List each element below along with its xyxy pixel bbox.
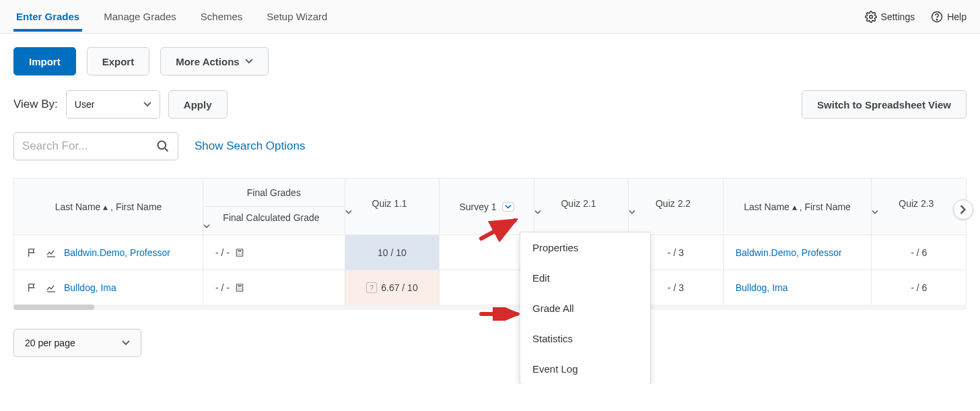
final-value: - / - — [215, 282, 230, 293]
tab-list: Enter Grades Manage Grades Schemes Setup… — [13, 1, 865, 32]
col-final-calc[interactable]: Final Calculated Grade — [203, 207, 345, 235]
col-quiz21[interactable]: Quiz 2.1 — [534, 179, 628, 235]
quiz11-cell: ?6.67 / 10 — [345, 270, 439, 305]
flag-icon[interactable] — [26, 282, 38, 294]
import-button[interactable]: Import — [13, 47, 76, 75]
chevron-down-icon — [872, 209, 966, 216]
col-quiz11-label: Quiz 1.1 — [372, 198, 407, 209]
grades-table-wrap: Last Name ▴ , First Name Final Grades Qu… — [13, 178, 967, 310]
export-button[interactable]: Export — [87, 47, 150, 75]
chevron-down-icon — [629, 209, 722, 216]
tab-manage-grades[interactable]: Manage Grades — [101, 1, 179, 32]
chevron-down-icon — [345, 209, 439, 216]
col-survey1-label: Survey 1 — [459, 201, 496, 212]
flag-icon[interactable] — [26, 247, 38, 259]
svg-point-11 — [241, 254, 242, 255]
gear-icon — [865, 11, 877, 23]
menu-event-log[interactable]: Event Log — [520, 354, 650, 384]
per-page-label: 20 per page — [25, 338, 75, 348]
menu-grade-all[interactable]: Grade All — [520, 293, 650, 323]
quiz23-cell: - / 6 — [872, 270, 967, 305]
col-quiz23-label: Quiz 2.3 — [899, 198, 934, 209]
quiz11-cell: 10 / 10 — [345, 235, 439, 270]
tab-schemes[interactable]: Schemes — [198, 1, 246, 32]
calculator-icon[interactable] — [234, 282, 246, 294]
col-survey1[interactable]: Survey 1 — [440, 179, 534, 235]
student-name-r[interactable]: Baldwin.Demo, Professor — [736, 247, 842, 258]
menu-edit[interactable]: Edit — [520, 263, 650, 293]
tab-setup-wizard[interactable]: Setup Wizard — [264, 1, 330, 32]
calculator-icon[interactable] — [234, 247, 246, 259]
action-buttons: Import Export More Actions — [13, 47, 967, 75]
tab-enter-grades[interactable]: Enter Grades — [13, 1, 82, 32]
chevron-down-icon — [245, 57, 253, 65]
graph-icon[interactable] — [45, 282, 57, 294]
quiz11-value: 6.67 / 10 — [381, 282, 418, 293]
quiz23-cell: - / 6 — [872, 235, 967, 270]
more-actions-button[interactable]: More Actions — [160, 47, 268, 75]
col-final-calc-label: Final Calculated Grade — [223, 212, 319, 223]
search-input[interactable] — [22, 139, 143, 153]
svg-point-15 — [239, 288, 240, 288]
student-name-r[interactable]: Bulldog, Ima — [736, 282, 788, 293]
col-final-group: Final Grades — [203, 179, 345, 207]
search-icon[interactable] — [156, 139, 170, 153]
survey1-dropdown[interactable] — [502, 202, 514, 212]
viewby-value: User — [75, 99, 95, 110]
svg-point-10 — [239, 254, 240, 255]
scroll-right-button[interactable] — [953, 199, 973, 220]
col-name[interactable]: Last Name ▴ , First Name — [14, 179, 203, 235]
table-row: Baldwin.Demo, Professor - / - 10 / 10 - … — [14, 235, 967, 270]
chevron-down-icon — [203, 223, 345, 230]
col-quiz23[interactable]: Quiz 2.3 — [872, 179, 967, 235]
col-quiz22-label: Quiz 2.2 — [656, 198, 691, 209]
col-name-right[interactable]: Last Name ▴ , First Name — [723, 179, 872, 235]
help-icon — [931, 11, 943, 23]
top-tabs: Enter Grades Manage Grades Schemes Setup… — [0, 0, 980, 34]
help-link[interactable]: Help — [931, 11, 967, 23]
switch-spreadsheet-button[interactable]: Switch to Spreadsheet View — [802, 90, 967, 119]
svg-point-18 — [239, 289, 240, 290]
svg-rect-13 — [238, 285, 242, 286]
search-box[interactable] — [13, 132, 178, 160]
svg-rect-5 — [238, 250, 242, 251]
svg-point-14 — [238, 288, 238, 288]
settings-label: Settings — [881, 11, 915, 22]
scrollbar-thumb[interactable] — [13, 305, 94, 310]
menu-statistics[interactable]: Statistics — [520, 323, 650, 354]
col-quiz22[interactable]: Quiz 2.2 — [629, 179, 723, 235]
chevron-down-icon — [122, 339, 130, 347]
per-page-select[interactable]: 20 per page — [13, 329, 141, 357]
settings-link[interactable]: Settings — [865, 11, 915, 23]
svg-point-8 — [241, 253, 242, 253]
survey1-context-menu: Properties Edit Grade All Statistics Eve… — [520, 232, 651, 384]
svg-point-0 — [869, 15, 872, 18]
show-search-options[interactable]: Show Search Options — [195, 139, 305, 153]
graph-icon[interactable] — [45, 247, 57, 259]
svg-point-7 — [239, 253, 240, 253]
student-name[interactable]: Bulldog, Ima — [64, 282, 116, 293]
svg-point-19 — [241, 289, 242, 290]
chevron-down-icon — [534, 209, 628, 216]
final-value: - / - — [215, 247, 230, 258]
grades-table: Last Name ▴ , First Name Final Grades Qu… — [13, 178, 967, 305]
viewby-label: View By: — [13, 98, 58, 111]
viewby-select[interactable]: User — [66, 90, 160, 119]
svg-point-16 — [241, 288, 242, 288]
help-label: Help — [947, 11, 967, 22]
svg-point-2 — [937, 19, 938, 20]
more-actions-label: More Actions — [176, 56, 239, 67]
student-name[interactable]: Baldwin.Demo, Professor — [64, 247, 170, 258]
col-quiz21-label: Quiz 2.1 — [561, 198, 596, 209]
svg-point-6 — [238, 253, 238, 253]
col-quiz11[interactable]: Quiz 1.1 — [345, 179, 439, 235]
menu-properties[interactable]: Properties — [520, 232, 650, 263]
svg-point-17 — [238, 289, 238, 290]
svg-point-3 — [158, 141, 166, 150]
question-icon: ? — [366, 282, 377, 293]
apply-button[interactable]: Apply — [168, 90, 228, 119]
svg-point-9 — [238, 254, 238, 255]
horizontal-scrollbar[interactable] — [13, 305, 967, 310]
chevron-down-icon — [143, 100, 151, 108]
table-row: Bulldog, Ima - / - ?6.67 / 10 - / 3 Bull… — [14, 270, 967, 305]
